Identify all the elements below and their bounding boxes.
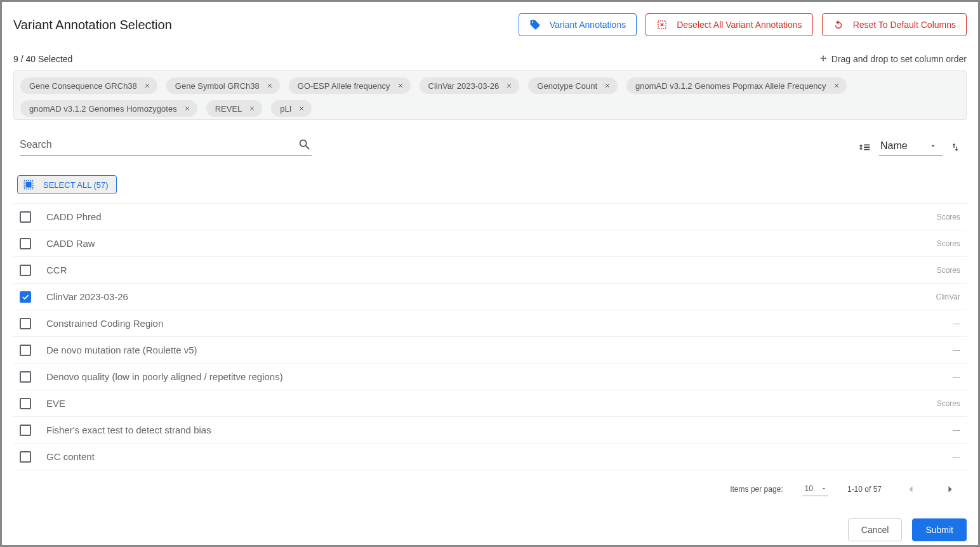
close-icon[interactable] (833, 82, 840, 89)
row-label: CADD Raw (46, 238, 922, 249)
row-checkbox[interactable] (20, 211, 31, 223)
chip[interactable]: REVEL (206, 100, 263, 117)
deselect-all-button[interactable]: Deselect All Variant Annotations (646, 13, 812, 36)
row-category: Scores (937, 239, 960, 248)
table-row: Denovo quality (low in poorly aligned / … (13, 364, 967, 390)
chip-label: gnomAD v3.1.2 Genomes Homozygotes (29, 104, 177, 114)
pagination: Items per page: 10 1-10 of 57 (13, 479, 967, 499)
row-checkbox[interactable] (20, 238, 31, 249)
sort-select[interactable]: Name (879, 138, 943, 156)
row-label: CCR (46, 265, 922, 275)
search-icon (298, 138, 312, 152)
row-checkbox[interactable] (20, 371, 31, 383)
items-per-page-value: 10 (805, 484, 813, 493)
line-spacing-icon[interactable] (858, 140, 871, 154)
chip-label: GO-ESP Allele frequency (298, 81, 390, 91)
chip-label: Genotype Count (537, 81, 597, 91)
submit-button[interactable]: Submit (912, 518, 967, 541)
row-label: Denovo quality (low in poorly aligned / … (46, 371, 937, 382)
chip[interactable]: GO-ESP Allele frequency (289, 77, 411, 94)
prev-page-button[interactable] (901, 479, 921, 499)
row-category: — (953, 452, 960, 461)
row-checkbox[interactable] (20, 265, 31, 276)
chip[interactable]: gnomAD v3.1.2 Genomes Popmax Allele Freq… (626, 77, 847, 94)
chip[interactable]: pLI (271, 100, 312, 117)
close-icon[interactable] (604, 82, 611, 89)
table-row: Constrained Coding Region— (13, 310, 967, 337)
drag-hint: Drag and drop to set column order (819, 54, 967, 64)
row-category: Scores (937, 266, 960, 275)
close-icon[interactable] (143, 82, 151, 89)
cancel-button[interactable]: Cancel (848, 518, 903, 541)
row-category: ClinVar (936, 293, 960, 301)
deselect-icon (656, 19, 668, 30)
chip-label: ClinVar 2023-03-26 (428, 81, 500, 91)
items-per-page-label: Items per page: (730, 485, 783, 494)
table-row: CCRScores (13, 257, 967, 284)
close-icon[interactable] (266, 82, 274, 89)
row-label: ClinVar 2023-03-26 (46, 291, 921, 302)
chip[interactable]: ClinVar 2023-03-26 (420, 77, 520, 94)
close-icon[interactable] (298, 105, 305, 112)
search-input[interactable] (20, 139, 298, 150)
table-row: ClinVar 2023-03-26ClinVar (13, 284, 967, 310)
close-icon[interactable] (505, 82, 513, 89)
row-checkbox[interactable] (20, 318, 31, 329)
row-checkbox[interactable] (20, 345, 31, 356)
header-actions: Variant Annotations Deselect All Variant… (519, 13, 967, 36)
row-label: GC content (46, 451, 937, 462)
close-icon[interactable] (183, 105, 191, 112)
table-row: EVEScores (13, 390, 967, 417)
chip-label: REVEL (215, 104, 242, 114)
move-icon (819, 55, 828, 63)
row-category: Scores (937, 213, 960, 221)
table-row: GC content— (13, 444, 967, 470)
selection-summary: 9 / 40 Selected (13, 54, 72, 64)
chip[interactable]: Gene Symbol GRCh38 (166, 77, 280, 94)
row-label: De novo mutation rate (Roulette v5) (46, 345, 937, 355)
chip-label: gnomAD v3.1.2 Genomes Popmax Allele Freq… (635, 81, 826, 91)
table-row: De novo mutation rate (Roulette v5)— (13, 337, 967, 364)
tag-icon (529, 19, 541, 30)
dropdown-caret-icon (929, 142, 937, 150)
chip[interactable]: Gene Consequence GRCh38 (20, 77, 157, 94)
select-all-icon (23, 179, 34, 190)
sort-value: Name (880, 140, 908, 152)
row-label: Constrained Coding Region (46, 318, 937, 329)
row-label: EVE (46, 398, 922, 409)
search-field[interactable] (20, 138, 312, 156)
close-icon[interactable] (248, 105, 256, 112)
row-category: — (953, 319, 960, 328)
close-icon[interactable] (397, 82, 404, 89)
row-checkbox[interactable] (20, 291, 31, 303)
row-checkbox[interactable] (20, 425, 31, 436)
swap-sort-icon[interactable] (950, 142, 960, 152)
row-checkbox[interactable] (20, 451, 31, 463)
row-category: — (953, 372, 960, 381)
chip-label: Gene Consequence GRCh38 (29, 81, 137, 91)
table-row: CADD PhredScores (13, 204, 967, 230)
next-page-button[interactable] (940, 479, 960, 499)
table-row: CADD RawScores (13, 230, 967, 257)
select-all-button[interactable]: SELECT ALL (57) (17, 175, 117, 194)
deselect-all-label: Deselect All Variant Annotations (677, 20, 802, 30)
items-per-page-select[interactable]: 10 (802, 483, 828, 496)
annotation-table: CADD PhredScoresCADD RawScoresCCRScoresC… (13, 203, 967, 470)
chip-label: pLI (280, 104, 291, 114)
row-checkbox[interactable] (20, 398, 31, 409)
reset-icon (833, 19, 844, 30)
reset-columns-button[interactable]: Reset To Default Columns (822, 13, 967, 36)
table-row: Fisher's exact test to detect strand bia… (13, 417, 967, 444)
row-category: — (953, 346, 960, 355)
row-label: Fisher's exact test to detect strand bia… (46, 425, 937, 435)
page-title: Variant Annotation Selection (13, 18, 172, 32)
variant-annotations-button[interactable]: Variant Annotations (519, 13, 637, 36)
chip[interactable]: Genotype Count (528, 77, 618, 94)
chip[interactable]: gnomAD v3.1.2 Genomes Homozygotes (20, 100, 197, 117)
selected-chips-area: Gene Consequence GRCh38Gene Symbol GRCh3… (13, 70, 967, 120)
row-category: — (953, 426, 960, 435)
chip-label: Gene Symbol GRCh38 (175, 81, 260, 91)
select-all-label: SELECT ALL (57) (43, 180, 109, 190)
row-category: Scores (937, 399, 960, 408)
svg-rect-1 (26, 182, 32, 188)
